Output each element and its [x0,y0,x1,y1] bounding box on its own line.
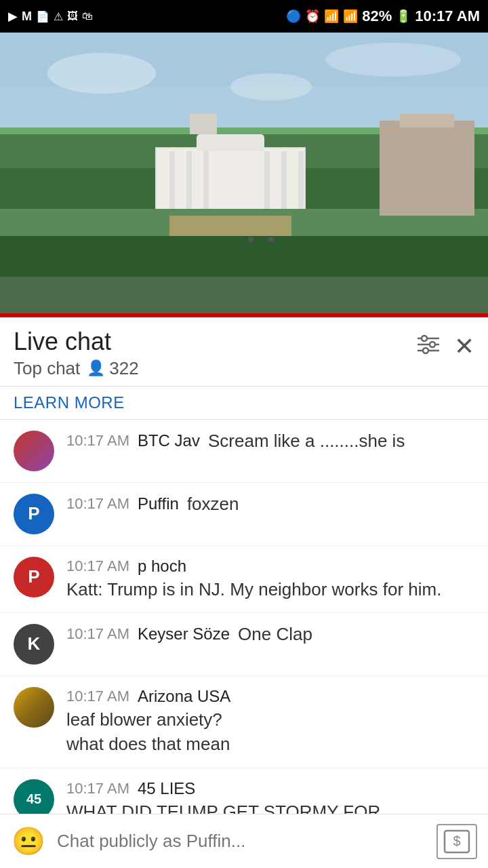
table-row: P 10:17 AM Puffin foxzen [0,483,488,546]
svg-rect-9 [197,134,264,151]
message-author: Arizona USA [138,687,230,706]
message-author: BTC Jav [138,431,200,450]
svg-point-3 [325,43,461,77]
signal-icon: 📶 [343,9,358,24]
learn-more-banner: LEARN MORE [0,387,488,420]
message-meta: 10:17 AM Arizona USA [66,687,474,706]
youtube-icon: ▶ [8,9,18,24]
alert-icon: ⚠ [54,10,63,23]
svg-rect-28 [430,342,435,347]
chat-messages-list: 10:17 AM BTC Jav Scream like a ........s… [0,420,488,868]
message-author: Keyser Söze [138,625,230,644]
message-author: Puffin [138,494,179,513]
status-icons-left: ▶ M 📄 ⚠ 🖼 🛍 [8,9,93,24]
svg-rect-11 [186,151,192,212]
message-text: leaf blower anxiety?what does that mean [66,707,474,757]
message-meta: 10:17 AM p hoch [66,557,474,576]
image-icon: 🖼 [67,10,78,22]
clock: 10:17 AM [415,7,480,25]
table-row: P 10:17 AM p hoch Katt: Trump is in NJ. … [0,546,488,613]
status-icons-right: 🔵 ⏰ 📶 📶 82% 🔋 10:17 AM [286,7,480,25]
video-content [0,33,488,317]
svg-rect-14 [281,151,287,212]
live-chat-title: Live chat [14,328,139,355]
svg-point-23 [248,237,253,242]
message-text: One Clap [238,624,312,645]
message-time: 10:17 AM [66,625,129,643]
avatar: P [14,557,54,597]
filter-icon[interactable] [416,334,441,359]
alarm-icon: ⏰ [305,9,320,24]
video-player[interactable] [0,33,488,317]
file-icon: 📄 [36,10,49,23]
message-time: 10:17 AM [66,780,129,797]
avatar [14,431,54,471]
send-icon: $ [443,829,470,854]
message-text: foxzen [187,494,239,515]
message-content: 10:17 AM Arizona USA leaf blower anxiety… [66,687,474,757]
message-text: Katt: Trump is in NJ. My neighbor works … [66,577,474,601]
message-time: 10:17 AM [66,495,129,513]
chat-input[interactable] [57,831,426,852]
message-content: 10:17 AM BTC Jav Scream like a ........s… [66,431,474,453]
svg-rect-15 [298,151,304,212]
svg-rect-18 [0,236,488,277]
svg-rect-19 [380,121,474,216]
status-bar: ▶ M 📄 ⚠ 🖼 🛍 🔵 ⏰ 📶 📶 82% 🔋 10:17 AM [0,0,488,33]
m-icon: M [22,9,32,24]
table-row: 10:17 AM BTC Jav Scream like a ........s… [0,420,488,483]
svg-rect-21 [0,277,488,317]
close-button[interactable]: ✕ [454,332,474,361]
message-author: 45 LIES [138,779,195,798]
person-icon: 👤 [87,359,105,377]
svg-text:$: $ [453,833,460,848]
battery-icon: 🔋 [396,9,411,24]
chat-header-right: ✕ [416,328,474,361]
svg-rect-20 [400,114,454,127]
svg-rect-29 [423,348,428,353]
message-content: 10:17 AM Keyser Söze One Clap [66,624,474,646]
message-meta: 10:17 AM 45 LIES [66,779,474,798]
message-time: 10:17 AM [66,432,129,450]
avatar [14,687,54,728]
avatar: P [14,494,54,534]
bluetooth-icon: 🔵 [286,9,301,24]
svg-point-2 [47,53,156,94]
svg-rect-10 [169,151,175,212]
message-text: Scream like a ........she is [208,431,405,452]
viewer-count: 👤 322 [87,358,138,379]
battery-percent: 82% [362,7,392,25]
emoji-icon: 😐 [12,825,45,857]
chat-header: Live chat Top chat 👤 322 ✕ [0,317,488,387]
message-time: 10:17 AM [66,557,129,575]
svg-rect-27 [422,336,427,341]
chat-header-left: Live chat Top chat 👤 322 [14,328,139,386]
table-row: K 10:17 AM Keyser Söze One Clap [0,613,488,676]
message-content: 10:17 AM Puffin foxzen [66,494,474,516]
svg-rect-12 [203,151,209,212]
bag-icon: 🛍 [82,10,93,22]
message-meta: 10:17 AM Puffin foxzen [66,494,474,515]
message-time: 10:17 AM [66,688,129,705]
svg-point-22 [268,237,274,242]
svg-rect-17 [169,216,291,236]
message-author: p hoch [138,557,186,576]
avatar: K [14,624,54,665]
wifi-icon: 📶 [324,9,339,24]
chat-input-bar: 😐 $ [0,814,488,868]
send-button[interactable]: $ [436,824,477,859]
emoji-button[interactable]: 😐 [11,824,46,859]
top-chat-row: Top chat 👤 322 [14,358,139,379]
svg-point-4 [230,73,312,100]
learn-more-link[interactable]: LEARN MORE [14,393,125,412]
table-row: 10:17 AM Arizona USA leaf blower anxiety… [0,676,488,768]
message-meta: 10:17 AM BTC Jav Scream like a ........s… [66,431,474,452]
message-meta: 10:17 AM Keyser Söze One Clap [66,624,474,645]
video-progress-bar[interactable] [0,313,488,317]
top-chat-label: Top chat [14,358,80,379]
svg-rect-13 [264,151,270,212]
message-content: 10:17 AM p hoch Katt: Trump is in NJ. My… [66,557,474,601]
